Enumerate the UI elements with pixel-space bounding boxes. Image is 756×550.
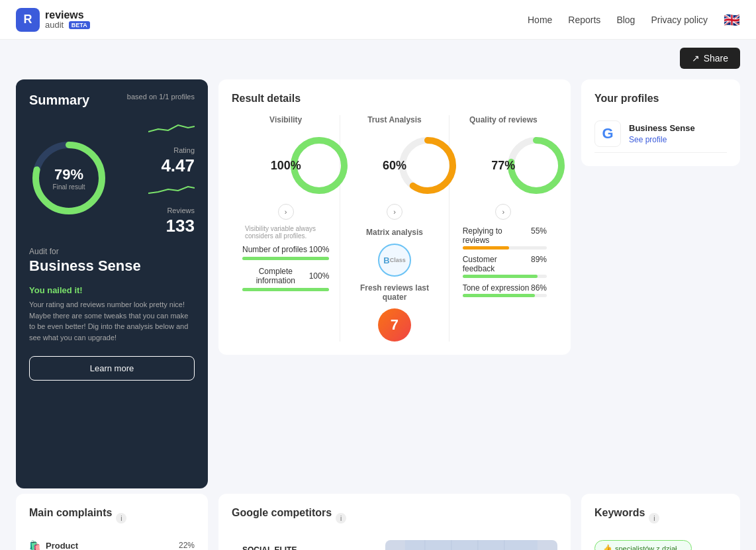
see-profile-link[interactable]: See profile — [629, 135, 667, 144]
product-pct: 22% — [179, 541, 195, 550]
trust-metrics: Matrix analysis B Class Fresh reviews la… — [351, 228, 438, 342]
keyword-tags: 👍 specjalistów z dział... przemyslawem s… — [594, 540, 727, 550]
result-cols: Visibility 100% › Visibility variable al… — [232, 115, 557, 342]
logo-icon: R — [16, 8, 40, 32]
keywords-title: Keywords — [594, 507, 645, 519]
visibility-col: Visibility 100% › Visibility variable al… — [232, 115, 340, 342]
competitors-map: Reviews — [385, 540, 557, 550]
summary-card: Summary based on 1/1 profiles 79% Final … — [16, 79, 208, 488]
quality-col: Quality of reviews 77% › Replying to rev… — [449, 115, 557, 342]
visibility-pct: 100% — [271, 159, 301, 173]
tone-label: Tone of expression — [463, 283, 530, 293]
competitors-content: SOCIAL ELITE 4.8 ★ 330 💬 Jives Media ★ 5 — [232, 540, 557, 550]
nav-privacy[interactable]: Privacy policy — [651, 15, 708, 25]
left-panel: Summary based on 1/1 profiles 79% Final … — [16, 79, 208, 488]
thumb-up-icon: 👍 — [603, 544, 612, 550]
language-flag[interactable]: 🇬🇧 — [724, 12, 740, 28]
keywords-card: Keywords i 👍 specjalistów z dział... prz… — [581, 494, 740, 550]
brand: R reviews audit BETA — [16, 8, 90, 32]
reviews-label: Reviews — [167, 206, 195, 214]
replying-label: Replying to reviews — [463, 226, 531, 245]
trust-donut: 60% — [361, 132, 428, 199]
keywords-info-icon[interactable]: i — [649, 513, 659, 524]
bottom-grid: Main complaints i 🛍️ Product 22% 🚗 Deliv… — [0, 494, 756, 550]
profiles-list: G Business Sense See profile — [594, 115, 727, 153]
share-button[interactable]: ↗ Share — [680, 48, 740, 69]
matrix-badge: B Class — [378, 244, 411, 277]
visibility-arrow[interactable]: › — [278, 204, 294, 220]
competitors-card: Google competitors i SOCIAL ELITE 4.8 ★ … — [218, 494, 571, 550]
right-metrics: Rating 4.47 Reviews 133 — [148, 120, 195, 236]
svg-point-3 — [294, 140, 344, 191]
visibility-note: Visibility variable always considers all… — [242, 225, 329, 240]
result-details-card: Result details Visibility 100% › Visibil… — [218, 79, 571, 355]
trust-title: Trust Analysis — [351, 115, 438, 124]
main-grid: Summary based on 1/1 profiles 79% Final … — [0, 69, 756, 494]
complaints-title: Main complaints — [29, 507, 112, 519]
share-bar: ↗ Share — [0, 40, 756, 69]
navbar: R reviews audit BETA Home Reports Blog P… — [0, 0, 756, 40]
reviews-value: 133 — [148, 216, 195, 236]
learn-more-button[interactable]: Learn more — [29, 356, 195, 381]
profile-info: Business Sense See profile — [629, 123, 695, 145]
complaints-card: Main complaints i 🛍️ Product 22% 🚗 Deliv… — [16, 494, 208, 550]
nav-links: Home Reports Blog Privacy policy 🇬🇧 — [528, 12, 740, 28]
quality-arrow[interactable]: › — [495, 204, 511, 220]
nav-blog[interactable]: Blog — [616, 15, 635, 25]
product-label: Product — [46, 541, 78, 551]
trust-arrow[interactable]: › — [387, 204, 402, 220]
competitors-title: Google competitors — [232, 507, 332, 519]
summary-metrics: 79% Final result Rating 4.47 — [29, 120, 195, 236]
feedback-pct: 89% — [531, 255, 547, 273]
profile-name: Business Sense — [629, 123, 695, 133]
competitor-list: SOCIAL ELITE 4.8 ★ 330 💬 Jives Media ★ 5 — [232, 545, 375, 550]
google-icon: G — [594, 120, 621, 147]
quality-title: Quality of reviews — [460, 115, 547, 124]
comp-name-1: SOCIAL ELITE — [242, 545, 297, 550]
nav-reports[interactable]: Reports — [568, 15, 600, 25]
fresh-label: Fresh reviews last quater — [351, 283, 438, 302]
visibility-title: Visibility — [242, 115, 329, 124]
profiles-card: Your profiles G Business Sense See profi… — [581, 79, 740, 166]
keyword-tag-0[interactable]: 👍 specjalistów z dział... — [594, 540, 692, 550]
quality-donut: 77% — [470, 132, 536, 199]
visibility-metrics: Number of profiles 100% Complete informa… — [242, 245, 329, 291]
nailed-desc: Your rating and reviews number look pret… — [29, 299, 195, 343]
trust-col: Trust Analysis 60% › Matrix analysis B — [340, 115, 449, 342]
profiles-label: Number of profiles — [242, 245, 307, 254]
rating-value: 4.47 — [148, 156, 195, 176]
sparkline-rating — [148, 120, 195, 141]
trust-pct: 60% — [383, 159, 406, 173]
visibility-donut: 100% — [253, 132, 319, 199]
info-label: Complete information — [242, 267, 309, 285]
matrix-label: Matrix analysis — [351, 228, 438, 237]
audit-for: Audit for — [29, 247, 195, 256]
quality-metrics: Replying to reviews 55% Customer feedbac… — [460, 226, 547, 297]
competitor-1: SOCIAL ELITE 4.8 ★ 330 💬 — [232, 545, 375, 550]
brand-reviews: reviews — [45, 9, 90, 21]
feedback-label: Customer feedback — [463, 255, 531, 273]
complaint-product: 🛍️ Product 22% — [29, 540, 195, 550]
brand-audit: audit BETA — [45, 21, 90, 30]
brand-text: reviews audit BETA — [45, 9, 90, 30]
final-result-gauge: 79% Final result — [29, 138, 109, 218]
profiles-pct: 100% — [309, 245, 330, 254]
based-on: based on 1/1 profiles — [127, 93, 195, 101]
profiles-section: Your profiles G Business Sense See profi… — [581, 79, 740, 355]
profile-item: G Business Sense See profile — [594, 115, 727, 153]
result-card: Result details Visibility 100% › Visibil… — [218, 79, 571, 355]
competitors-info-icon[interactable]: i — [336, 513, 346, 524]
business-name: Business Sense — [29, 257, 195, 275]
tone-pct: 86% — [531, 283, 547, 293]
summary-title: Summary — [29, 93, 89, 108]
rating-label: Rating — [173, 146, 195, 154]
nav-home[interactable]: Home — [528, 15, 552, 25]
final-pct: 79% — [53, 166, 85, 183]
final-label: Final result — [53, 183, 85, 191]
fresh-badge: 7 — [378, 308, 411, 342]
complaints-info-icon[interactable]: i — [116, 513, 126, 524]
nailed-it: You nailed it! — [29, 285, 195, 295]
product-icon: 🛍️ — [29, 540, 40, 550]
quality-pct: 77% — [491, 159, 515, 173]
share-icon: ↗ — [692, 53, 700, 64]
